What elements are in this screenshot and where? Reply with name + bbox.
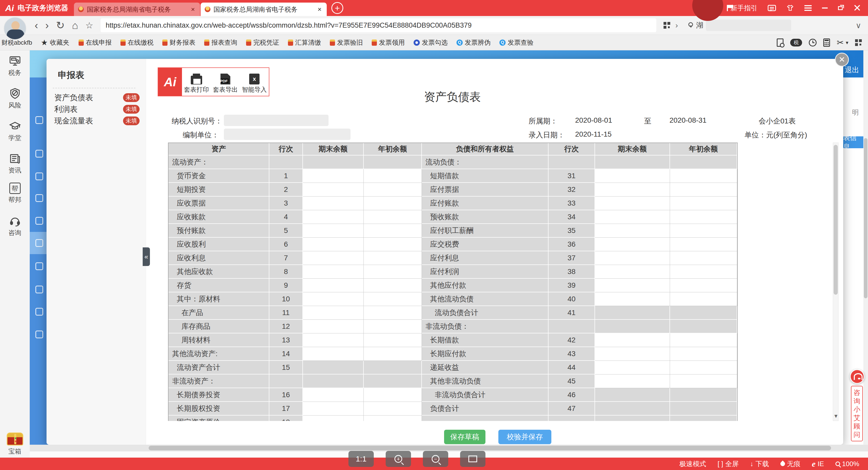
asset-end-balance-cell[interactable] bbox=[303, 320, 364, 333]
sidebar-item-risk[interactable]: 风险 bbox=[0, 88, 30, 109]
liability-end-balance-cell[interactable] bbox=[595, 361, 670, 374]
asset-begin-balance-cell[interactable] bbox=[364, 333, 422, 347]
sidebar-item-consult[interactable]: 咨询 bbox=[0, 215, 30, 237]
liability-begin-balance-cell[interactable] bbox=[670, 347, 737, 361]
liability-end-balance-cell[interactable] bbox=[595, 374, 670, 388]
bookmark-item[interactable]: 在线缴税 bbox=[120, 38, 154, 47]
skin-icon[interactable] bbox=[786, 4, 794, 12]
liability-begin-balance-cell[interactable] bbox=[670, 333, 737, 347]
status-item-incognito[interactable]: 无痕 bbox=[780, 460, 801, 468]
tab-close-icon[interactable]: × bbox=[317, 5, 322, 13]
liability-end-balance-cell[interactable] bbox=[595, 238, 670, 251]
liability-begin-balance-cell[interactable] bbox=[670, 197, 737, 210]
asset-begin-balance-cell[interactable] bbox=[364, 183, 422, 197]
table-scrollbar-thumb[interactable] bbox=[834, 145, 838, 295]
status-item-zoom-level[interactable]: 100% bbox=[835, 460, 860, 468]
bookmark-item[interactable]: 发票领用 bbox=[372, 38, 405, 47]
liability-end-balance-cell[interactable] bbox=[595, 224, 670, 238]
logout-button[interactable]: 退出 bbox=[845, 65, 859, 75]
liability-end-balance-cell[interactable] bbox=[595, 292, 670, 306]
asset-begin-balance-cell[interactable] bbox=[364, 210, 422, 224]
refresh-button[interactable]: ↻ bbox=[53, 20, 68, 31]
liability-end-balance-cell[interactable] bbox=[595, 169, 670, 183]
asset-end-balance-cell[interactable] bbox=[303, 265, 364, 279]
liability-begin-balance-cell[interactable] bbox=[670, 374, 737, 388]
bookmark-item[interactable]: 发票勾选 bbox=[413, 38, 448, 47]
minimize-button[interactable] bbox=[822, 7, 828, 8]
headset-icon[interactable] bbox=[850, 369, 864, 384]
save-draft-button[interactable]: 保存草稿 bbox=[444, 430, 486, 444]
report-item-cash-flow[interactable]: 现金流量表未填 bbox=[54, 115, 140, 127]
newbie-guide-button[interactable]: 新手指引 bbox=[727, 4, 757, 13]
liability-begin-balance-cell[interactable] bbox=[670, 292, 737, 306]
asset-begin-balance-cell[interactable] bbox=[364, 224, 422, 238]
asset-end-balance-cell[interactable] bbox=[303, 238, 364, 251]
user-avatar[interactable] bbox=[4, 17, 26, 40]
tax-cloud-icon[interactable]: 税 bbox=[790, 39, 802, 46]
history-clock-icon[interactable] bbox=[809, 39, 816, 46]
smart-import-button[interactable]: x 智能导入 bbox=[240, 68, 269, 96]
asset-begin-balance-cell[interactable] bbox=[364, 238, 422, 251]
calculator-icon[interactable] bbox=[823, 38, 830, 47]
asset-begin-balance-cell[interactable] bbox=[364, 292, 422, 306]
favorites-label[interactable]: 收藏夹 bbox=[50, 38, 69, 47]
feedback-icon[interactable] bbox=[768, 5, 776, 11]
tab-close-icon[interactable]: × bbox=[190, 5, 196, 13]
modal-close-button[interactable]: ✕ bbox=[835, 53, 849, 67]
expand-chevron-icon[interactable]: › bbox=[673, 21, 681, 30]
asset-end-balance-cell[interactable] bbox=[303, 415, 364, 421]
home-button[interactable]: ⌂ bbox=[68, 20, 82, 31]
liability-begin-balance-cell[interactable] bbox=[670, 265, 737, 279]
asset-begin-balance-cell[interactable] bbox=[364, 197, 422, 210]
asset-end-balance-cell[interactable] bbox=[303, 197, 364, 210]
scroll-down-arrow-icon[interactable]: ▼ bbox=[833, 413, 839, 419]
liability-begin-balance-cell[interactable] bbox=[670, 183, 737, 197]
sidebar-item-news[interactable]: 资讯 bbox=[0, 153, 30, 175]
actual-size-button[interactable]: 1:1 bbox=[348, 451, 374, 467]
liability-end-balance-cell[interactable] bbox=[595, 251, 670, 265]
asset-begin-balance-cell[interactable] bbox=[364, 279, 422, 292]
bookmark-item[interactable]: 完税凭证 bbox=[246, 38, 279, 47]
liability-end-balance-cell[interactable] bbox=[595, 279, 670, 292]
export-bundle-button[interactable]: PDF 套表导出 bbox=[211, 68, 240, 96]
fit-screen-button[interactable] bbox=[460, 451, 486, 467]
validate-save-button[interactable]: 校验并保存 bbox=[498, 430, 551, 444]
liability-end-balance-cell[interactable] bbox=[595, 265, 670, 279]
liability-begin-balance-cell[interactable] bbox=[670, 169, 737, 183]
asset-end-balance-cell[interactable] bbox=[303, 347, 364, 361]
favorites-star-icon[interactable]: ★ bbox=[41, 38, 48, 47]
horizontal-scrollbar-thumb[interactable] bbox=[149, 446, 831, 450]
print-bundle-button[interactable]: 套表打印 bbox=[182, 68, 211, 96]
asset-begin-balance-cell[interactable] bbox=[364, 169, 422, 183]
zoom-in-button[interactable]: + bbox=[386, 451, 411, 467]
asset-end-balance-cell[interactable] bbox=[303, 224, 364, 238]
liability-end-balance-cell[interactable] bbox=[595, 197, 670, 210]
sidebar-item-treasure[interactable]: 宝箱 bbox=[0, 433, 30, 456]
liability-end-balance-cell[interactable] bbox=[595, 333, 670, 347]
sidebar-item-helper[interactable]: 帮帮邦 bbox=[0, 182, 30, 204]
asset-begin-balance-cell[interactable] bbox=[364, 251, 422, 265]
status-item-download[interactable]: ↓下载 bbox=[750, 460, 769, 468]
asset-end-balance-cell[interactable] bbox=[303, 210, 364, 224]
asset-begin-balance-cell[interactable] bbox=[364, 402, 422, 415]
liability-begin-balance-cell[interactable] bbox=[670, 251, 737, 265]
status-item-fullscreen[interactable]: [ ]全屏 bbox=[718, 460, 739, 468]
asset-end-balance-cell[interactable] bbox=[303, 292, 364, 306]
bookmark-item[interactable]: Q发票辨伪 bbox=[457, 38, 491, 47]
asset-begin-balance-cell[interactable] bbox=[364, 320, 422, 333]
liability-begin-balance-cell[interactable] bbox=[670, 361, 737, 374]
url-bar[interactable] bbox=[100, 18, 656, 32]
bookmark-item[interactable]: 报表查询 bbox=[204, 38, 237, 47]
scissors-dropdown-icon[interactable]: ▾ bbox=[846, 39, 848, 46]
bookmark-item[interactable]: 财务报表 bbox=[162, 38, 195, 47]
liability-end-balance-cell[interactable] bbox=[595, 347, 670, 361]
horizontal-scrollbar[interactable] bbox=[30, 445, 868, 451]
screenshot-scissors-icon[interactable]: ✂ bbox=[837, 38, 844, 47]
browser-tab[interactable]: 国家税务总局湖南省电子税务× bbox=[200, 3, 327, 16]
status-item-ie[interactable]: eIE bbox=[812, 459, 824, 469]
maximize-button[interactable] bbox=[838, 6, 843, 10]
close-window-button[interactable]: ✕ bbox=[853, 3, 861, 13]
table-scrollbar[interactable]: ▼ bbox=[833, 142, 839, 421]
liability-end-balance-cell[interactable] bbox=[595, 183, 670, 197]
menu-icon[interactable] bbox=[804, 5, 812, 6]
